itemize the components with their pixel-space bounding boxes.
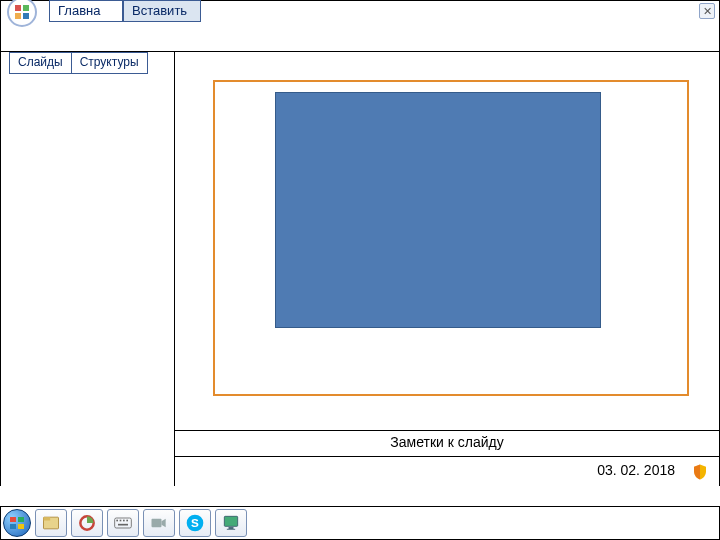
panel-tab-strip: Слайды Структуры bbox=[1, 52, 174, 74]
ribbon-tab-home[interactable]: Главна bbox=[49, 0, 123, 22]
slides-thumb-area[interactable] bbox=[1, 74, 174, 486]
svg-rect-12 bbox=[224, 516, 237, 526]
svg-rect-1 bbox=[44, 517, 51, 520]
notes-placeholder: Заметки к слайду bbox=[390, 434, 503, 450]
office-logo-icon bbox=[15, 5, 29, 19]
slide-canvas[interactable] bbox=[213, 80, 689, 396]
start-button[interactable] bbox=[3, 509, 31, 537]
taskbar: S bbox=[0, 506, 720, 540]
ribbon-tabs-bar: Главна Вставить ✕ bbox=[0, 0, 720, 22]
windows-logo-icon bbox=[10, 517, 24, 529]
slides-panel: Слайды Структуры bbox=[0, 52, 175, 486]
taskbar-btn-keyboard[interactable] bbox=[107, 509, 139, 537]
taskbar-btn-skype[interactable]: S bbox=[179, 509, 211, 537]
svg-text:S: S bbox=[191, 516, 199, 529]
editor-area: Заметки к слайду 03. 02. 2018 bbox=[175, 52, 720, 486]
svg-rect-8 bbox=[118, 524, 128, 526]
notes-pane[interactable]: Заметки к слайду bbox=[175, 430, 719, 456]
status-date: 03. 02. 2018 bbox=[597, 462, 675, 478]
svg-rect-5 bbox=[120, 520, 122, 522]
taskbar-btn-video[interactable] bbox=[143, 509, 175, 537]
svg-rect-7 bbox=[126, 520, 128, 522]
svg-rect-6 bbox=[123, 520, 125, 522]
ribbon-tab-insert[interactable]: Вставить bbox=[123, 0, 201, 22]
svg-rect-13 bbox=[229, 527, 234, 529]
status-bar: 03. 02. 2018 bbox=[175, 456, 719, 486]
svg-rect-3 bbox=[115, 518, 132, 528]
panel-tab-slides[interactable]: Слайды bbox=[9, 52, 72, 74]
ribbon-body bbox=[0, 22, 720, 52]
close-button[interactable]: ✕ bbox=[699, 3, 715, 19]
svg-rect-4 bbox=[116, 520, 118, 522]
shield-icon bbox=[691, 462, 709, 482]
svg-rect-9 bbox=[152, 519, 162, 527]
slide-shape-rect[interactable] bbox=[275, 92, 601, 328]
taskbar-btn-monitor[interactable] bbox=[215, 509, 247, 537]
work-area: Слайды Структуры Заметки к слайду 03. 02… bbox=[0, 52, 720, 486]
panel-tab-outline[interactable]: Структуры bbox=[71, 52, 148, 74]
taskbar-btn-chart[interactable] bbox=[71, 509, 103, 537]
taskbar-btn-explorer[interactable] bbox=[35, 509, 67, 537]
svg-rect-14 bbox=[227, 529, 235, 530]
